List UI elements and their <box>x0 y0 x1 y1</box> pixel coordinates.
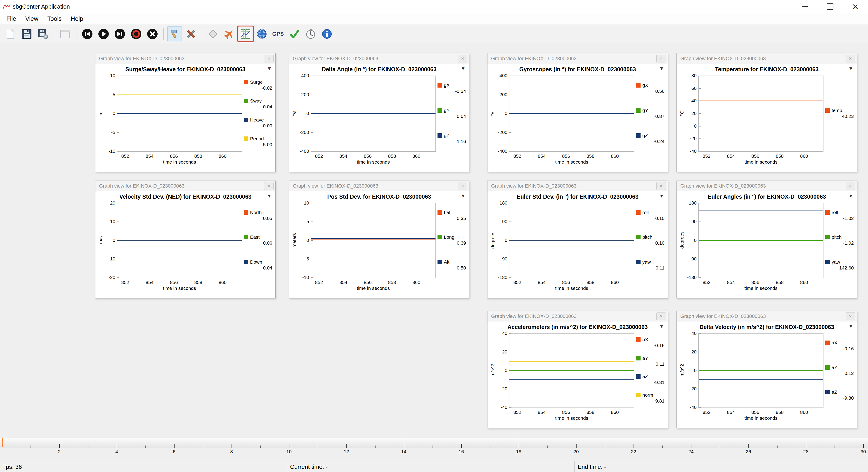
panel-close-icon[interactable]: × <box>846 313 855 320</box>
clock-icon[interactable] <box>303 27 318 41</box>
save-icon[interactable] <box>19 27 34 41</box>
graph-window-titlebar[interactable]: Graph view for EKINOX-D_023000063× <box>677 53 857 64</box>
timeline-tick <box>289 444 289 448</box>
panel-close-icon[interactable]: × <box>264 55 274 62</box>
chevron-down-icon[interactable]: ▼ <box>461 66 466 71</box>
graph-window-titlebar[interactable]: Graph view for EKINOX-D_023000063× <box>677 181 857 191</box>
timeline-ruler[interactable]: 24681012141618202224262830 <box>0 438 868 456</box>
graph-window-titlebar[interactable]: Graph view for EKINOX-D_023000063× <box>95 53 275 64</box>
new-file-icon[interactable] <box>3 27 18 41</box>
aircraft-icon[interactable] <box>222 27 237 41</box>
plot-area[interactable] <box>311 76 436 152</box>
y-tick-mark <box>509 222 512 222</box>
plot-area[interactable] <box>311 203 436 278</box>
series-line-ay <box>509 370 634 371</box>
plot-area[interactable] <box>509 76 634 152</box>
legend-entry: temp.40.23 <box>825 108 856 119</box>
minimize-button[interactable] <box>792 0 817 13</box>
panel-close-icon[interactable]: × <box>656 313 666 320</box>
globe-icon[interactable] <box>254 27 269 41</box>
menu-view[interactable]: View <box>21 16 43 22</box>
panel-close-icon[interactable]: × <box>264 182 274 190</box>
graph-window-titlebar[interactable]: Graph view for EKINOX-D_023000063× <box>289 181 469 191</box>
timeline-tick <box>231 444 232 448</box>
chart-title: Temperature for EKINOX-D_023000063 <box>715 66 818 72</box>
menu-tools[interactable]: Tools <box>43 16 66 22</box>
y-tick-mark <box>311 203 313 203</box>
graph-view-icon[interactable] <box>238 27 253 41</box>
graph-window-titlebar[interactable]: Graph view for EKINOX-D_023000063× <box>488 181 668 191</box>
panel-close-icon[interactable]: × <box>656 182 666 190</box>
plot-area[interactable] <box>509 203 634 278</box>
graph-window-titlebar[interactable]: Graph view for EKINOX-D_023000063× <box>95 181 275 191</box>
preferences-tools-icon[interactable] <box>183 27 198 41</box>
chevron-down-icon[interactable]: ▼ <box>659 323 664 329</box>
panel-close-icon[interactable]: × <box>846 182 855 190</box>
panel-close-icon[interactable]: × <box>458 182 467 190</box>
info-icon[interactable] <box>319 27 334 41</box>
legend-entry-head: aZ <box>825 389 856 395</box>
y-tick-label: 0 <box>694 123 696 129</box>
validate-icon[interactable] <box>287 27 302 41</box>
plot-area[interactable] <box>699 203 824 278</box>
y-axis-label: m/s^2 <box>679 333 685 407</box>
panel-close-icon[interactable]: × <box>656 55 666 62</box>
legend-series-name: Surge <box>250 80 263 85</box>
export-window-icon[interactable] <box>58 27 72 41</box>
y-tick-label: 200 <box>499 92 507 97</box>
y-axis-label: °/s <box>291 76 298 151</box>
y-axis-ticks: 40200-20-40 <box>685 333 699 407</box>
graph-window-titlebar[interactable]: Graph view for EKINOX-D_023000063× <box>488 311 668 322</box>
chevron-down-icon[interactable]: ▼ <box>659 66 664 71</box>
chevron-down-icon[interactable]: ▼ <box>848 323 853 329</box>
chevron-down-icon[interactable]: ▼ <box>659 193 664 199</box>
timeline-tick <box>605 445 605 448</box>
graph-window-titlebar[interactable]: Graph view for EKINOX-D_023000063× <box>488 53 668 64</box>
legend-series-value: 0.50 <box>437 265 468 271</box>
skip-to-end-icon[interactable] <box>112 27 127 41</box>
tag-icon[interactable] <box>206 27 220 41</box>
x-tick-label: 860 <box>800 280 808 285</box>
maximize-button[interactable] <box>817 0 843 13</box>
x-tick-label: 860 <box>611 410 619 415</box>
legend-series-name: aY <box>642 355 648 361</box>
chevron-down-icon[interactable]: ▼ <box>848 66 853 71</box>
graph-window: Graph view for EKINOX-D_023000063×Euler … <box>677 181 857 298</box>
plot-area[interactable] <box>509 333 634 408</box>
plot-area[interactable] <box>699 333 824 408</box>
chevron-down-icon[interactable]: ▼ <box>848 193 853 199</box>
legend-swatch <box>437 133 442 138</box>
chevron-down-icon[interactable]: ▼ <box>461 193 466 199</box>
panel-close-icon[interactable]: × <box>846 55 855 62</box>
y-tick-label: 0 <box>113 238 115 243</box>
plot-area[interactable] <box>117 76 242 152</box>
panel-close-icon[interactable]: × <box>458 55 467 62</box>
legend-swatch <box>636 337 641 342</box>
graph-window-titlebar[interactable]: Graph view for EKINOX-D_023000063× <box>677 311 857 322</box>
timeline-position-marker[interactable] <box>2 438 3 447</box>
skip-to-start-icon[interactable] <box>80 27 95 41</box>
chevron-down-icon[interactable]: ▼ <box>267 193 272 199</box>
cancel-icon[interactable] <box>145 27 160 41</box>
legend-entry-head: pitch <box>636 234 666 240</box>
plot-area[interactable] <box>117 203 242 278</box>
timeline-band[interactable] <box>0 438 868 448</box>
record-icon[interactable] <box>129 27 144 41</box>
save-settings-icon[interactable] <box>35 27 51 41</box>
chevron-down-icon[interactable]: ▼ <box>267 66 272 71</box>
menu-file[interactable]: File <box>2 16 21 22</box>
y-tick-label: 0 <box>694 238 696 243</box>
series-line-pitch <box>699 240 823 241</box>
play-icon[interactable] <box>96 27 111 41</box>
legend-series-name: gZ <box>444 133 450 138</box>
menu-help[interactable]: Help <box>66 16 88 22</box>
legend-series-value: 0.04 <box>244 265 274 271</box>
plot-area[interactable] <box>699 76 824 152</box>
timeline-tick <box>576 444 577 448</box>
settings-tools-icon[interactable] <box>167 27 182 41</box>
close-button[interactable]: × <box>843 0 868 13</box>
graph-window-titlebar[interactable]: Graph view for EKINOX-D_023000063× <box>289 53 469 64</box>
y-tick-mark <box>699 126 701 126</box>
gps-icon[interactable]: GPS <box>271 27 285 41</box>
legend-swatch <box>437 83 442 88</box>
